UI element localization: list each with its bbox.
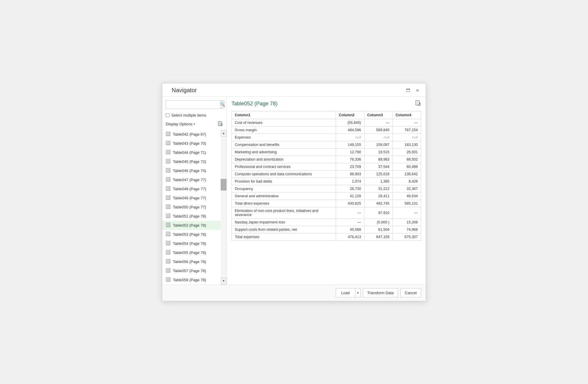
search-button[interactable]: 🔍: [220, 100, 225, 109]
list-item[interactable]: Table051 (Page 78): [162, 212, 227, 221]
list-item[interactable]: Table050 (Page 77): [162, 203, 227, 212]
list-item[interactable]: Table046 (Page 74): [162, 166, 227, 175]
cell-col1: Professional and contract services: [232, 163, 336, 170]
list-scroll-area: Table042 (Page 67) Table043 (Page 70) Ta…: [162, 130, 227, 284]
cell-col3: 37,544: [364, 163, 393, 170]
maximize-button[interactable]: 🗖: [405, 87, 412, 94]
table-icon: [166, 259, 170, 265]
list-item-label: Table057 (Page 78): [173, 269, 206, 273]
load-button-group: Load ▾: [336, 288, 361, 297]
list-item-label: Table047 (Page 77): [173, 178, 206, 182]
cell-col3: —: [364, 119, 393, 126]
list-item-label: Table058 (Page 78): [173, 278, 206, 282]
cell-col2: 41,128: [336, 192, 364, 200]
scroll-up-button[interactable]: ▲: [221, 130, 227, 137]
list-item[interactable]: Table047 (Page 77): [162, 175, 227, 184]
cell-col2: 45,588: [336, 226, 364, 233]
list-item[interactable]: Table043 (Page 70): [162, 139, 227, 148]
table-icon: [166, 223, 170, 228]
list-item[interactable]: Table049 (Page 77): [162, 193, 227, 203]
select-multiple-checkbox[interactable]: [166, 113, 170, 117]
table-row: Support costs from related parties, net4…: [232, 226, 421, 233]
cell-col2: 484,596: [336, 126, 364, 134]
display-options-button[interactable]: Display Options ▾: [166, 122, 195, 126]
cell-col1: Occupancy: [232, 185, 336, 192]
footer: Load ▾ Transform Data Cancel: [162, 284, 426, 301]
table-icon: [166, 204, 170, 210]
preview-export-button[interactable]: [415, 100, 421, 107]
cell-col4: 675,307: [393, 233, 421, 240]
load-dropdown-button[interactable]: ▾: [355, 288, 361, 297]
table-icon: [166, 132, 170, 137]
table-icon: [166, 150, 170, 155]
table-row: Professional and contract services23,709…: [232, 163, 421, 170]
list-item[interactable]: Table057 (Page 78): [162, 266, 227, 275]
list-item-label: Table048 (Page 77): [173, 187, 206, 191]
export-icon-button[interactable]: [218, 121, 223, 127]
search-input[interactable]: [166, 101, 220, 108]
preview-title: Table052 (Page 78): [232, 101, 278, 107]
cell-col4: 787,154: [393, 126, 421, 134]
cancel-button[interactable]: Cancel: [401, 288, 421, 297]
select-multiple-row: Select multiple items: [162, 112, 227, 120]
table-icon: [166, 277, 170, 283]
list-item[interactable]: Table055 (Page 78): [162, 248, 227, 257]
table-row: General and administrative41,12828,41148…: [232, 192, 421, 200]
list-item[interactable]: Table045 (Page 72): [162, 157, 227, 166]
table-icon: [166, 177, 170, 183]
list-item[interactable]: Table042 (Page 67): [162, 130, 227, 139]
cell-col1: Cost of revenues: [232, 119, 336, 126]
list-item-label: Table056 (Page 78): [173, 260, 206, 264]
list-item[interactable]: Table054 (Page 78): [162, 239, 227, 248]
table-row: Total direct expenses430,825492,745585,1…: [232, 200, 421, 207]
cell-col4: 585,131: [393, 200, 421, 207]
scroll-down-button[interactable]: ▼: [221, 277, 227, 284]
list-item[interactable]: Table053 (Page 78): [162, 230, 227, 239]
list-item-label: Table046 (Page 74): [173, 169, 206, 173]
cell-col2: 148,155: [336, 141, 364, 148]
cell-col4: 74,968: [393, 226, 421, 233]
list-item[interactable]: Table048 (Page 77): [162, 184, 227, 193]
cell-col1: Support costs from related parties, net: [232, 226, 336, 233]
cell-col4: —: [393, 207, 421, 218]
cell-col1: Nasdaq Japan impairment loss: [232, 218, 336, 226]
scroll-thumb: [221, 179, 227, 191]
list-item-label: Table055 (Page 78): [173, 250, 206, 255]
table-row: Elimination of non-core product lines, i…: [232, 207, 421, 218]
cell-col2: 476,413: [336, 233, 364, 240]
list-item[interactable]: Table044 (Page 71): [162, 148, 227, 157]
list-item[interactable]: Table056 (Page 78): [162, 257, 227, 266]
export-icon: [218, 121, 223, 126]
list-item-label: Table050 (Page 77): [173, 205, 206, 209]
table-row: Gross margin484,596589,845787,154: [232, 126, 421, 134]
table-icon: [166, 195, 170, 201]
table-icon: [166, 168, 170, 174]
column-header: Column2: [336, 111, 364, 119]
cell-col3: 589,845: [364, 126, 393, 134]
list-item-label: Table044 (Page 71): [173, 150, 206, 155]
cell-col2: —: [336, 207, 364, 218]
cell-col4: —: [393, 119, 421, 126]
cell-col3: 89,983: [364, 156, 393, 163]
cell-col2: 76,336: [336, 156, 364, 163]
title-bar: Navigator 🗖 ✕: [162, 83, 426, 96]
scroll-track: [221, 137, 227, 277]
table-icon: [166, 268, 170, 274]
cell-col4: 136,642: [393, 170, 421, 178]
dialog-title: Navigator: [172, 87, 197, 94]
cell-col2: —: [336, 218, 364, 226]
cell-col3: 19,515: [364, 148, 393, 156]
list-item-label: Table051 (Page 78): [173, 214, 206, 218]
list-item-label: Table043 (Page 70): [173, 141, 206, 146]
list-item-label: Table049 (Page 77): [173, 196, 206, 200]
close-button[interactable]: ✕: [414, 87, 421, 94]
display-options-label: Display Options: [166, 122, 192, 126]
table-row: Marketing and advertising12,79019,51526,…: [232, 148, 421, 156]
list-item[interactable]: Table052 (Page 78): [162, 221, 227, 230]
load-button[interactable]: Load: [336, 288, 355, 297]
cell-col2: 12,790: [336, 148, 364, 156]
list-item[interactable]: Table058 (Page 78): [162, 275, 227, 284]
left-panel: 🔍 Select multiple items Display Options …: [162, 97, 227, 284]
table-row: Computer operations and data communicati…: [232, 170, 421, 178]
transform-data-button[interactable]: Transform Data: [363, 288, 398, 297]
